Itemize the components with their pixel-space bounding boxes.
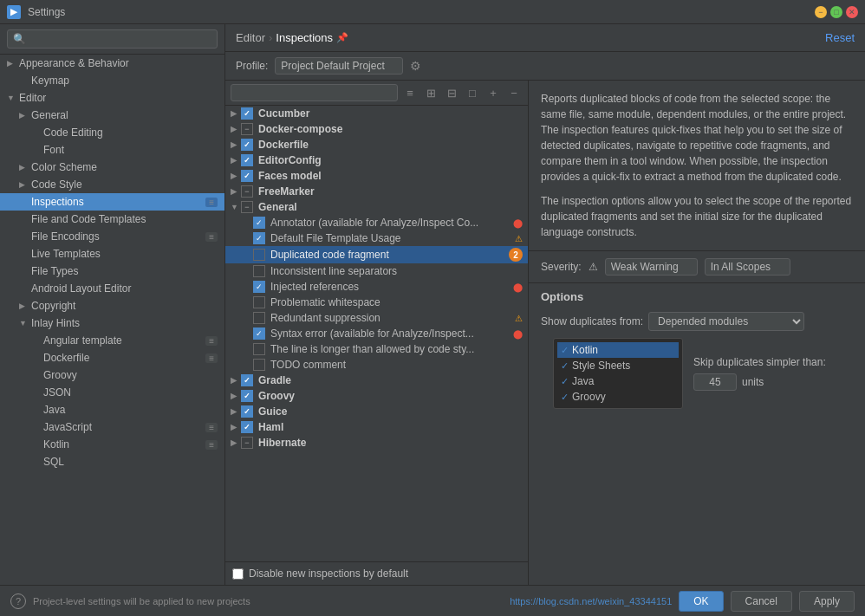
maximize-button[interactable]: □ [830, 6, 842, 18]
sidebar-item-live-templates[interactable]: Live Templates [0, 245, 224, 263]
lang-groovy[interactable]: ✓ Groovy [557, 389, 679, 405]
sidebar-item-file-types[interactable]: File Types [0, 263, 224, 280]
profile-select[interactable]: Project Default Project [275, 57, 403, 75]
inspection-redundant-suppression[interactable]: Redundant suppression ⚠ [225, 310, 528, 326]
inspection-inconsistent-line[interactable]: Inconsistent line separators [225, 263, 528, 279]
inspection-group-editorconfig[interactable]: ▶ ✓ EditorConfig [225, 152, 528, 168]
sidebar-item-inspections[interactable]: Inspections ≡ [0, 193, 224, 211]
inspection-group-freemarker[interactable]: ▶ − FreeMarker [225, 184, 528, 199]
sidebar-item-sql[interactable]: SQL [0, 453, 224, 470]
docker-compose-checkbox[interactable]: − [241, 123, 253, 135]
inspection-todo-comment[interactable]: TODO comment [225, 357, 528, 373]
sidebar-search-input[interactable] [7, 29, 218, 49]
sidebar-item-keymap[interactable]: Keymap [0, 72, 224, 89]
cancel-button[interactable]: Cancel [731, 591, 792, 612]
profile-label: Profile: [236, 60, 268, 72]
scope-select[interactable]: In All Scopes [705, 258, 790, 276]
todo-comment-checkbox[interactable] [253, 359, 265, 371]
warn-yellow-icon-2: ⚠ [515, 314, 523, 323]
hibernate-checkbox[interactable]: − [241, 437, 253, 449]
sidebar-item-javascript[interactable]: JavaScript ≡ [0, 418, 224, 436]
freemarker-checkbox[interactable]: − [241, 185, 253, 198]
sidebar-item-kotlin[interactable]: Kotlin ≡ [0, 436, 224, 453]
sidebar-item-json[interactable]: JSON [0, 384, 224, 401]
haml-checkbox[interactable]: ✓ [241, 421, 253, 433]
sidebar-item-dockerfile[interactable]: Dockerfile ≡ [0, 349, 224, 366]
dockerfile-checkbox[interactable]: ✓ [241, 139, 253, 151]
sidebar-item-general[interactable]: ▶ General [0, 107, 224, 124]
reset-button[interactable]: Reset [825, 31, 855, 44]
filter-icon[interactable]: ≡ [401, 84, 419, 101]
gear-icon[interactable]: ⚙ [410, 59, 424, 73]
sidebar-item-android-layout-editor[interactable]: Android Layout Editor [0, 280, 224, 297]
problematic-whitespace-checkbox[interactable] [253, 296, 265, 308]
sidebar: ▶ Appearance & Behavior Keymap ▼ Editor … [0, 24, 225, 585]
sidebar-item-angular-template[interactable]: Angular template ≡ [0, 332, 224, 349]
inspection-group-haml[interactable]: ▶ ✓ Haml [225, 419, 528, 435]
inspection-annotator[interactable]: ✓ Annotator (available for Analyze/Inspe… [225, 215, 528, 230]
inconsistent-line-checkbox[interactable] [253, 265, 265, 277]
inspection-group-guice[interactable]: ▶ ✓ Guice [225, 404, 528, 419]
inspections-tree: ▶ ✓ Cucumber ▶ − Docker-compose ▶ ✓ Do [225, 106, 528, 561]
sidebar-item-inlay-hints[interactable]: ▼ Inlay Hints [0, 314, 224, 332]
inspection-default-file-template[interactable]: ✓ Default File Template Usage ⚠ [225, 230, 528, 246]
apply-button[interactable]: Apply [799, 591, 855, 612]
inspection-group-gradle[interactable]: ▶ ✓ Gradle [225, 373, 528, 388]
sidebar-item-editor[interactable]: ▼ Editor [0, 89, 224, 107]
sidebar-item-file-code-templates[interactable]: File and Code Templates [0, 211, 224, 228]
inspection-line-too-long[interactable]: The line is longer than allowed by code … [225, 341, 528, 357]
disable-new-inspections-checkbox[interactable] [232, 568, 244, 580]
general-checkbox[interactable]: − [241, 201, 253, 213]
injected-references-checkbox[interactable]: ✓ [253, 281, 265, 293]
sidebar-item-font[interactable]: Font [0, 141, 224, 159]
faces-model-checkbox[interactable]: ✓ [241, 170, 253, 182]
lang-style-sheets[interactable]: ✓ Style Sheets [557, 358, 679, 373]
expand-all-icon[interactable]: ⊞ [422, 84, 439, 101]
sidebar-item-color-scheme[interactable]: ▶ Color Scheme [0, 159, 224, 176]
inspection-group-general[interactable]: ▼ − General [225, 199, 528, 215]
syntax-error-checkbox[interactable]: ✓ [253, 327, 265, 340]
inspection-group-faces-model[interactable]: ▶ ✓ Faces model [225, 168, 528, 184]
inspection-syntax-error[interactable]: ✓ Syntax error (available for Analyze/In… [225, 326, 528, 341]
inspection-group-dockerfile[interactable]: ▶ ✓ Dockerfile [225, 137, 528, 152]
help-button[interactable]: ? [10, 593, 26, 609]
inspection-group-hibernate[interactable]: ▶ − Hibernate [225, 435, 528, 451]
sidebar-item-code-editing[interactable]: Code Editing [0, 124, 224, 141]
inspection-duplicated-code[interactable]: Duplicated code fragment 2 [225, 246, 528, 263]
inspection-group-cucumber[interactable]: ▶ ✓ Cucumber [225, 106, 528, 121]
add-icon[interactable]: + [485, 84, 502, 101]
line-too-long-checkbox[interactable] [253, 343, 265, 355]
inspection-problematic-whitespace[interactable]: Problematic whitespace [225, 295, 528, 310]
inspection-group-groovy[interactable]: ▶ ✓ Groovy [225, 388, 528, 404]
sidebar-item-file-encodings[interactable]: File Encodings ≡ [0, 228, 224, 245]
duplicated-code-checkbox[interactable] [253, 249, 265, 261]
copy-icon[interactable]: □ [464, 84, 481, 101]
sidebar-item-java[interactable]: Java [0, 401, 224, 418]
lang-kotlin[interactable]: ✓ Kotlin [557, 342, 679, 358]
inspections-search-input[interactable] [231, 84, 398, 101]
annotator-checkbox[interactable]: ✓ [253, 217, 265, 229]
groovy-checkbox[interactable]: ✓ [241, 390, 253, 402]
inspection-injected-references[interactable]: ✓ Injected references ⬤ [225, 279, 528, 295]
guice-checkbox[interactable]: ✓ [241, 405, 253, 418]
close-button[interactable]: ✕ [846, 6, 858, 18]
cucumber-checkbox[interactable]: ✓ [241, 107, 253, 120]
skip-value-input[interactable] [693, 373, 737, 391]
collapse-all-icon[interactable]: ⊟ [443, 84, 460, 101]
editorconfig-checkbox[interactable]: ✓ [241, 154, 253, 166]
sidebar-item-appearance[interactable]: ▶ Appearance & Behavior [0, 55, 224, 72]
app-icon: ▶ [7, 5, 21, 19]
gradle-checkbox[interactable]: ✓ [241, 374, 253, 386]
sidebar-item-groovy[interactable]: Groovy [0, 366, 224, 384]
show-duplicates-select[interactable]: Depended modules [648, 312, 804, 331]
minimize-button[interactable]: − [815, 6, 827, 18]
default-file-template-checkbox[interactable]: ✓ [253, 232, 265, 244]
sidebar-item-code-style[interactable]: ▶ Code Style [0, 176, 224, 193]
lang-java[interactable]: ✓ Java [557, 373, 679, 389]
ok-button[interactable]: OK [679, 591, 723, 612]
sidebar-item-copyright[interactable]: ▶ Copyright [0, 297, 224, 314]
severity-select[interactable]: Weak Warning [605, 258, 698, 276]
redundant-suppression-checkbox[interactable] [253, 312, 265, 324]
remove-icon[interactable]: − [505, 84, 523, 101]
inspection-group-docker-compose[interactable]: ▶ − Docker-compose [225, 121, 528, 137]
